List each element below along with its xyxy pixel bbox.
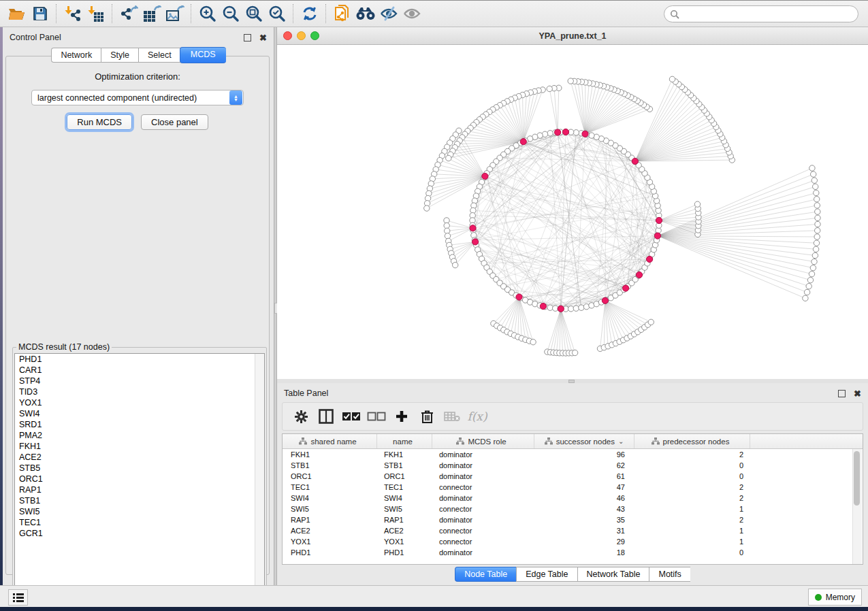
table-row[interactable]: SWI5 SWI5 connector 43 1	[283, 503, 863, 514]
memory-button[interactable]: Memory	[808, 589, 862, 606]
table-scrollbar-thumb[interactable]	[854, 451, 860, 506]
mcds-result-item[interactable]: FKH1	[15, 441, 264, 452]
table-panel-tab[interactable]: Network Table	[577, 567, 649, 582]
export-image-button[interactable]	[163, 3, 187, 24]
cell-shared-name: SWI4	[283, 493, 377, 503]
network-graph-svg[interactable]	[277, 45, 868, 380]
search-icon	[670, 10, 679, 19]
close-panel-icon[interactable]: ✖	[854, 391, 861, 397]
delete-column-button[interactable]	[417, 406, 437, 427]
cell-shared-name: PHD1	[283, 547, 377, 558]
checked-boxes-icon	[342, 412, 361, 421]
table-panel-tabs: Node TableEdge TableNetwork TableMotifs	[277, 567, 868, 582]
cell-mcds-role: connector	[432, 482, 534, 493]
network-search-box[interactable]	[664, 5, 858, 22]
column-header[interactable]: name	[377, 434, 432, 448]
control-panel-tab[interactable]: Select	[138, 48, 180, 63]
table-scrollbar[interactable]	[852, 449, 862, 564]
search-network-button[interactable]	[354, 3, 377, 24]
toolbar-separator	[56, 4, 57, 23]
column-tree-icon	[456, 437, 464, 445]
column-header[interactable]: predecessor nodes	[634, 434, 750, 448]
mcds-result-item[interactable]: SWI4	[15, 408, 264, 419]
table-row[interactable]: TEC1 TEC1 connector 47 2	[283, 482, 863, 493]
share-document-button[interactable]	[331, 3, 354, 24]
mcds-result-item[interactable]: CAR1	[15, 365, 264, 376]
columns-icon	[319, 409, 334, 424]
mcds-result-item[interactable]: TEC1	[15, 517, 264, 528]
mcds-result-item[interactable]: PMA2	[15, 430, 264, 441]
mcds-result-item[interactable]: SWI5	[15, 506, 264, 517]
select-all-checkboxes-button[interactable]	[341, 406, 361, 427]
table-row[interactable]: YOX1 YOX1 connector 29 1	[283, 536, 863, 547]
close-panel-button[interactable]: Close panel	[141, 114, 208, 130]
table-panel-tab[interactable]: Edge Table	[516, 567, 577, 582]
mcds-result-item[interactable]: GCR1	[15, 528, 264, 539]
control-panel-tab[interactable]: Network	[51, 48, 101, 63]
table-panel-tab[interactable]: Motifs	[649, 567, 690, 582]
mcds-result-item[interactable]: STP4	[15, 376, 264, 386]
zoom-out-button[interactable]	[219, 3, 242, 24]
open-session-button[interactable]	[5, 3, 29, 24]
node-table: shared name name MCDS role	[282, 433, 863, 565]
table-row[interactable]: STB1 STB1 dominator 62 0	[283, 460, 863, 471]
export-table-button[interactable]	[140, 3, 163, 24]
table-row[interactable]: SWI4 SWI4 dominator 46 2	[283, 493, 863, 503]
optimization-criterion-select[interactable]: largest connected component (undirected)…	[31, 90, 244, 105]
table-settings-button[interactable]	[291, 406, 311, 427]
function-builder-button[interactable]: f(x)	[467, 406, 487, 427]
mcds-result-item[interactable]: SRD1	[15, 419, 264, 430]
column-label: successor nodes	[556, 437, 615, 446]
zoom-selected-button[interactable]	[266, 3, 289, 24]
import-table-button[interactable]	[84, 3, 108, 24]
unselect-all-checkboxes-button[interactable]	[366, 406, 387, 427]
refresh-view-button[interactable]	[298, 3, 321, 24]
export-network-button[interactable]	[117, 3, 140, 24]
cell-successor-nodes: 18	[534, 547, 634, 558]
float-panel-icon[interactable]	[244, 34, 251, 42]
mcds-result-item[interactable]: PHD1	[15, 354, 264, 365]
mcds-tab-content: Optimization criterion: largest connecte…	[5, 56, 270, 575]
split-columns-button[interactable]	[316, 406, 336, 427]
network-canvas[interactable]	[277, 45, 868, 380]
mcds-result-item[interactable]: STB1	[15, 495, 264, 506]
search-input[interactable]	[679, 7, 858, 22]
table-row[interactable]: PHD1 PHD1 dominator 18 0	[283, 547, 863, 558]
show-graphics-details-button[interactable]	[400, 3, 423, 24]
float-panel-icon[interactable]	[838, 390, 846, 397]
zoom-in-button[interactable]	[196, 3, 219, 24]
mcds-result-item[interactable]: ACE2	[15, 452, 264, 463]
table-row[interactable]: ACE2 ACE2 connector 31 1	[283, 525, 863, 536]
mcds-result-item[interactable]: ORC1	[15, 474, 264, 484]
hide-details-button[interactable]	[377, 3, 400, 24]
cell-mcds-role: connector	[432, 503, 534, 514]
mcds-result-item[interactable]: TID3	[15, 386, 264, 397]
control-panel-tab[interactable]: Style	[101, 48, 138, 63]
cell-shared-name: ORC1	[283, 471, 377, 482]
mcds-result-item[interactable]: YOX1	[15, 397, 264, 408]
import-network-button[interactable]	[61, 3, 84, 24]
task-history-button[interactable]	[8, 589, 28, 606]
mcds-result-item[interactable]: RAP1	[15, 484, 264, 495]
save-session-button[interactable]	[29, 3, 52, 24]
delete-table-button[interactable]	[442, 406, 462, 427]
refresh-icon	[301, 5, 319, 22]
column-header[interactable]: MCDS role	[432, 434, 534, 448]
column-header[interactable]: shared name	[283, 434, 377, 448]
table-row[interactable]: RAP1 RAP1 dominator 35 2	[283, 514, 863, 525]
mcds-result-item[interactable]: STB5	[15, 463, 264, 474]
control-panel-tab[interactable]: MCDS	[180, 47, 226, 63]
add-column-button[interactable]	[391, 406, 412, 427]
run-mcds-button[interactable]: Run MCDS	[67, 114, 132, 130]
cell-shared-name: ACE2	[283, 525, 377, 536]
column-header[interactable]: successor nodes ⌄	[534, 434, 634, 448]
table-row[interactable]: ORC1 ORC1 dominator 61 0	[283, 471, 863, 482]
table-panel-tab[interactable]: Node Table	[455, 567, 516, 582]
cell-predecessor-nodes: 0	[634, 460, 750, 471]
close-panel-icon[interactable]: ✖	[259, 35, 267, 41]
zoom-fit-button[interactable]	[242, 3, 266, 24]
cell-successor-nodes: 29	[534, 536, 634, 547]
mcds-list-scrollbar[interactable]	[255, 354, 264, 592]
table-row[interactable]: FKH1 FKH1 dominator 96 2	[283, 449, 863, 460]
select-stepper-icon: ▲▼	[229, 90, 242, 105]
